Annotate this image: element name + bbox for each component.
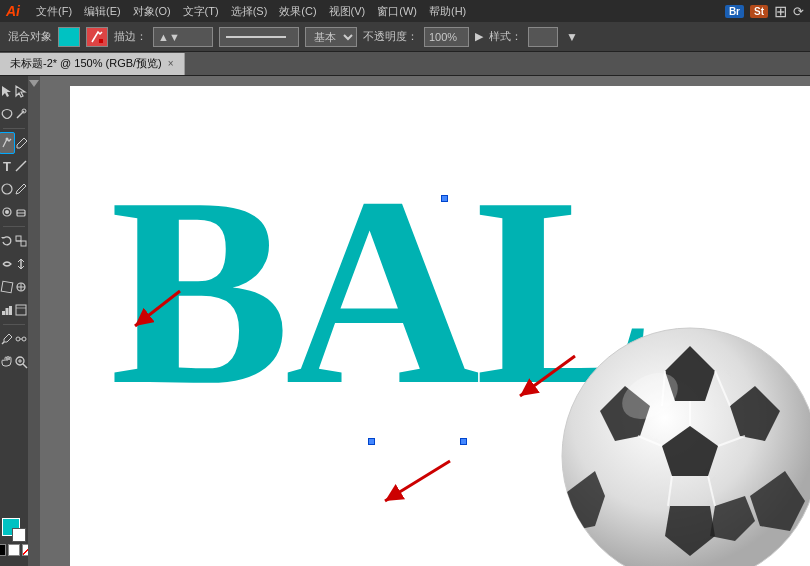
toolbar-fill-color[interactable] — [58, 27, 80, 47]
opacity-arrows[interactable]: ▶ — [475, 30, 483, 43]
anchor-point-2 — [368, 438, 375, 445]
white-swatch[interactable] — [8, 544, 20, 556]
select-tool[interactable] — [0, 80, 14, 102]
color-swatches[interactable] — [2, 518, 26, 542]
svg-point-25 — [16, 337, 20, 341]
grid-icon[interactable]: ⊞ — [774, 2, 787, 21]
eyedrop-tools-row — [0, 328, 28, 350]
style-preview[interactable] — [528, 27, 558, 47]
canvas-area[interactable]: BAL — [40, 76, 810, 566]
svg-rect-21 — [9, 306, 12, 315]
stroke-label: 描边： — [114, 29, 147, 44]
svg-rect-19 — [2, 311, 5, 315]
tab-bar: 未标题-2* @ 150% (RGB/预览) × — [0, 52, 810, 76]
warp-tool[interactable] — [0, 253, 14, 275]
artboard-tool[interactable] — [14, 299, 28, 321]
menu-window[interactable]: 窗口(W) — [377, 4, 417, 19]
bridge-icon[interactable]: Br — [725, 5, 744, 18]
menu-object[interactable]: 对象(O) — [133, 4, 171, 19]
svg-point-7 — [5, 210, 9, 214]
rotate-tool[interactable] — [0, 230, 14, 252]
svg-point-26 — [22, 337, 26, 341]
color-area — [0, 518, 28, 562]
pencil-tool[interactable] — [15, 132, 28, 154]
tab-close-button[interactable]: × — [168, 58, 174, 69]
stroke-input[interactable]: ▲▼ — [153, 27, 213, 47]
svg-rect-12 — [21, 241, 26, 246]
menu-type[interactable]: 文字(T) — [183, 4, 219, 19]
soccer-ball — [560, 326, 810, 566]
shape-tools-row — [0, 178, 28, 200]
pen-tool[interactable] — [0, 132, 15, 154]
main-area: T — [0, 76, 810, 566]
svg-rect-15 — [1, 281, 13, 293]
toolbar: 混合对象 描边： ▲▼ 基本 不透明度： 100% ▶ 样式： ▼ — [0, 22, 810, 52]
eyedropper-tool[interactable] — [0, 328, 14, 350]
width-tool[interactable] — [14, 253, 28, 275]
sync-icon[interactable]: ⟳ — [793, 4, 804, 19]
ellipse-tool[interactable] — [0, 178, 14, 200]
toolbar-stroke-icon[interactable] — [86, 27, 108, 47]
menu-file[interactable]: 文件(F) — [36, 4, 72, 19]
svg-line-1 — [17, 111, 24, 118]
black-swatch[interactable] — [0, 544, 6, 556]
blob-tools-row — [0, 201, 28, 223]
menu-select[interactable]: 选择(S) — [231, 4, 268, 19]
svg-line-4 — [16, 161, 26, 171]
svg-line-29 — [23, 364, 27, 368]
app-logo: Ai — [6, 3, 20, 19]
blend-tool[interactable] — [14, 328, 28, 350]
menu-help[interactable]: 帮助(H) — [429, 4, 466, 19]
opacity-input[interactable]: 100% — [424, 27, 469, 47]
svg-point-5 — [2, 184, 12, 194]
brush-tool[interactable] — [14, 178, 28, 200]
hand-tools-row — [0, 351, 28, 373]
direct-select-tool[interactable] — [14, 80, 28, 102]
graph-tool[interactable] — [0, 299, 14, 321]
red-arrow-3 — [375, 456, 455, 511]
line-tool[interactable] — [14, 155, 28, 177]
rotate-tools-row — [0, 230, 28, 252]
line-style-select[interactable]: 基本 — [305, 27, 357, 47]
svg-line-24 — [2, 342, 4, 344]
right-icons: Br St ⊞ ⟳ — [725, 2, 804, 21]
blob-brush-tool[interactable] — [0, 201, 14, 223]
free-transform-row — [0, 276, 28, 298]
svg-line-32 — [135, 291, 180, 326]
style-arrow[interactable]: ▼ — [566, 30, 578, 44]
zoom-tool[interactable] — [14, 351, 28, 373]
canvas-inner: BAL — [70, 86, 810, 566]
warp-tools-row — [0, 253, 28, 275]
document-tab[interactable]: 未标题-2* @ 150% (RGB/预览) × — [0, 53, 185, 75]
scale-tool[interactable] — [14, 230, 28, 252]
lasso-tools-row — [0, 103, 28, 125]
dash-preview[interactable] — [219, 27, 299, 47]
svg-rect-20 — [6, 308, 9, 315]
red-arrow-1 — [125, 286, 185, 336]
lasso-tool[interactable] — [0, 103, 14, 125]
svg-rect-22 — [16, 305, 26, 315]
separator-1 — [3, 128, 25, 129]
type-tool[interactable]: T — [0, 155, 14, 177]
magic-wand-tool[interactable] — [14, 103, 28, 125]
menu-edit[interactable]: 编辑(E) — [84, 4, 121, 19]
extra-swatches-row — [0, 544, 28, 556]
separator-2 — [3, 226, 25, 227]
menu-bar: Ai 文件(F) 编辑(E) 对象(O) 文字(T) 选择(S) 效果(C) 视… — [0, 0, 810, 22]
hand-tool[interactable] — [0, 351, 14, 373]
free-transform-tool[interactable] — [0, 276, 14, 298]
symbol-tool[interactable] — [14, 276, 28, 298]
menu-effect[interactable]: 效果(C) — [279, 4, 316, 19]
left-edge — [28, 76, 40, 566]
anchor-point-3 — [460, 438, 467, 445]
anchor-point-1 — [441, 195, 448, 202]
eraser-tool[interactable] — [14, 201, 28, 223]
separator-3 — [3, 324, 25, 325]
svg-point-3 — [6, 138, 9, 141]
menu-view[interactable]: 视图(V) — [329, 4, 366, 19]
opacity-value: 100% — [429, 31, 457, 43]
st-icon[interactable]: St — [750, 5, 768, 18]
stroke-swatch[interactable] — [12, 528, 26, 542]
left-toolbar: T — [0, 76, 28, 566]
opacity-label: 不透明度： — [363, 29, 418, 44]
